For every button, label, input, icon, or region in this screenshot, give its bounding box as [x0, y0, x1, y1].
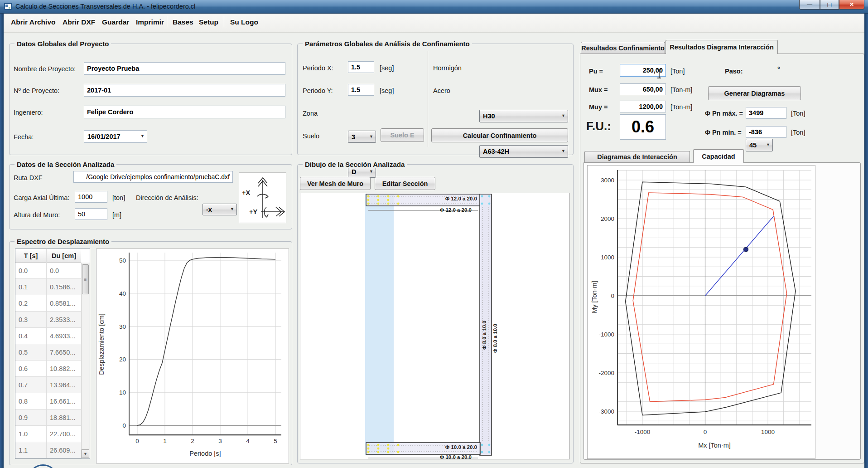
table-row[interactable]: 0.3 [15, 312, 46, 328]
ruta-dxf-input[interactable]: /Google Drive/ejemplos confinamiento/pru… [73, 171, 233, 183]
axis-x-label: +X [242, 189, 250, 196]
pu-label: Pu = [589, 68, 603, 75]
hormigon-dropdown[interactable]: H30▼ [479, 110, 568, 122]
editar-seccion-button[interactable]: Editar Sección [375, 177, 435, 190]
periodo-x-unit: [seg] [380, 64, 394, 72]
table-scrollbar[interactable]: ≡ ▼ [81, 263, 90, 458]
table-row[interactable]: 22.700... [47, 426, 81, 442]
menu-imprimir[interactable]: Imprimir [136, 18, 164, 26]
pn-min-input[interactable]: -836 [746, 126, 786, 138]
numero-proyecto-input[interactable]: 2017-01 [84, 84, 285, 97]
table-row[interactable]: 0.8581... [47, 295, 81, 312]
group-datos-globales-title: Datos Globales del Proyecto [14, 40, 111, 48]
table-row[interactable]: 0.1586... [47, 279, 81, 295]
carga-axial-unit: [ton] [112, 194, 125, 201]
ingeniero-input[interactable]: Felipe Cordero [84, 106, 285, 118]
table-row[interactable]: 0.6 [15, 361, 46, 377]
scrollbar-thumb[interactable]: ≡ [82, 264, 89, 294]
table-row[interactable]: 0.8 [15, 393, 46, 410]
paso-dropdown[interactable]: 45▼ [746, 139, 773, 151]
tab-resultados-confinamiento[interactable]: Resultados Confinamiento [581, 42, 665, 54]
svg-text:1000: 1000 [601, 254, 614, 261]
hormigon-value: H30 [483, 112, 495, 120]
direccion-dropdown[interactable]: -x ▼ [203, 204, 237, 215]
rebar-label-bottom-inner: Φ 10.0 a 20.0 [405, 444, 477, 450]
pn-max-label: Φ Pn máx. = [705, 110, 743, 117]
maximize-button[interactable]: ▢ [820, 0, 839, 10]
periodo-y-label: Periodo Y: [303, 87, 333, 94]
svg-text:My [Ton·m]: My [Ton·m] [591, 281, 598, 313]
menu-abrir-dxf[interactable]: Abrir DXF [63, 18, 95, 26]
window-frame-left [0, 14, 4, 468]
nombre-proyecto-input[interactable]: Proyecto Prueba [84, 62, 285, 75]
rebar-label-web-inner: Φ 8.0 a 10.0 [482, 321, 487, 350]
svg-text:-3000: -3000 [598, 408, 614, 415]
zona-dropdown[interactable]: 3▼ [348, 131, 376, 143]
table-header-t[interactable]: T [s] [15, 249, 46, 263]
altura-muro-unit: [m] [112, 211, 121, 219]
periodo-x-input[interactable]: 1.5 [348, 61, 374, 73]
carga-axial-label: Carga Axial Última: [14, 194, 69, 201]
table-row[interactable]: 13.964... [47, 377, 81, 393]
table-row[interactable]: 0.7 [15, 377, 46, 393]
table-row[interactable]: 2.3533... [47, 312, 81, 328]
table-row[interactable]: 26.609... [47, 442, 81, 458]
tab-resultados-diagrama[interactable]: Resultados Diagrama Interacción [665, 40, 778, 54]
table-header-du[interactable]: Du [cm] [47, 249, 81, 263]
table-row[interactable]: 4.6933... [47, 328, 81, 344]
menu-bases[interactable]: Bases [173, 18, 193, 26]
axis-arrows [239, 173, 287, 224]
svg-text:-1000: -1000 [598, 331, 614, 338]
altura-muro-input[interactable]: 50 [75, 208, 107, 220]
tab-diagramas-interaccion[interactable]: Diagramas de Interacción [584, 151, 690, 162]
muy-label: Muy = [589, 103, 608, 111]
menu-guardar[interactable]: Guardar [102, 18, 129, 26]
table-row[interactable]: 0.0 [47, 263, 81, 279]
svg-text:4: 4 [246, 438, 250, 444]
calcular-confinamiento-button[interactable]: Calcular Confinamiento [431, 128, 568, 142]
table-row[interactable]: 18.881... [47, 410, 81, 426]
pn-max-input[interactable]: 3499 [746, 107, 786, 119]
tab-capacidad[interactable]: Capacidad [693, 149, 744, 163]
table-row[interactable]: 0.0 [15, 263, 46, 279]
carga-axial-input[interactable]: 1000 [75, 191, 107, 203]
group-dibujo-title: Dibujo de la Sección Analizada [303, 161, 407, 168]
mux-label: Mux = [589, 86, 608, 93]
chevron-down-icon: ▼ [766, 142, 770, 147]
table-row[interactable]: 0.2 [15, 295, 46, 312]
acero-dropdown[interactable]: A63-42H▼ [479, 145, 568, 158]
titlebar[interactable]: Calculo de Secciones Transversales de H.… [0, 0, 868, 14]
scrollbar-down-button[interactable]: ▼ [82, 449, 89, 458]
menu-su-logo[interactable]: Su Logo [230, 18, 258, 26]
suelo-e-button[interactable]: Suelo E [381, 128, 424, 142]
table-row[interactable]: 0.1 [15, 279, 46, 295]
pn-min-label: Φ Pn mín. = [705, 129, 742, 136]
direccion-value: -x [206, 206, 212, 213]
periodo-y-input[interactable]: 1.5 [348, 84, 374, 96]
table-row[interactable]: 10.882... [47, 361, 81, 377]
table-row[interactable]: 0.5 [15, 344, 46, 361]
minimize-button[interactable]: — [799, 0, 820, 10]
group-parametros-title: Parámetros Globales de Análisis de Confi… [303, 40, 472, 48]
svg-text:0: 0 [135, 438, 139, 444]
svg-text:0: 0 [122, 422, 126, 429]
muy-input[interactable]: 1200,00 [620, 101, 666, 112]
fecha-label: Fecha: [14, 133, 34, 141]
generar-diagramas-button[interactable]: Generar Diagramas [708, 86, 801, 100]
table-row[interactable]: 7.6650... [47, 344, 81, 361]
table-row[interactable]: 0.4 [15, 328, 46, 344]
fecha-dropdown[interactable]: 16/01/2017 ▼ [84, 130, 147, 143]
close-button[interactable]: ✕ [839, 0, 864, 10]
zona-value: 3 [352, 133, 355, 141]
mux-input[interactable]: 650,00 [620, 83, 666, 95]
menu-abrir-archivo[interactable]: Abrir Archivo [11, 18, 55, 26]
svg-text:0: 0 [611, 292, 614, 299]
table-row[interactable]: 1.1 [15, 442, 46, 458]
app-icon [4, 3, 12, 10]
table-row[interactable]: 1.0 [15, 426, 46, 442]
table-row[interactable]: 16.661... [47, 393, 81, 410]
table-row[interactable]: 0.9 [15, 410, 46, 426]
section-canvas[interactable]: Φ 12.0 a 20.0 Φ 12.0 a 20.0 Φ 8.0 a 10.0… [300, 193, 570, 459]
ver-mesh-button[interactable]: Ver Mesh de Muro [300, 177, 371, 190]
menu-setup[interactable]: Setup [199, 18, 218, 26]
